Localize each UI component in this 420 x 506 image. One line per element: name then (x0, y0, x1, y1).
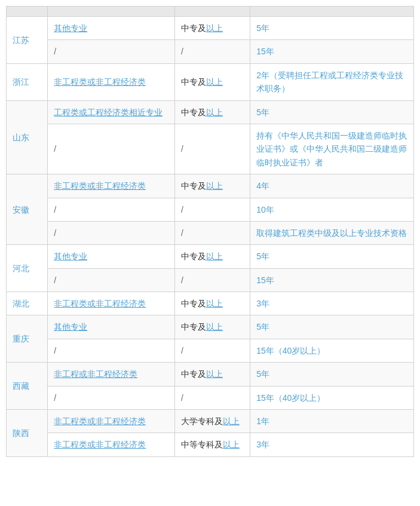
specialty-cell: / (48, 221, 175, 244)
education-cell: 中专及以上 (174, 292, 250, 315)
region-cell: 安徽 (7, 174, 48, 245)
region-cell: 陕西 (7, 410, 48, 457)
region-cell: 浙江 (7, 63, 48, 100)
table-row: 非工程类或非工程经济类中等专科及以上3年 (7, 433, 414, 456)
specialty-cell[interactable]: 非工程类或非工程经济类 (48, 292, 175, 315)
region-cell: 河北 (7, 245, 48, 292)
main-table: 江苏其他专业中专及以上5年//15年浙江非工程类或非工程经济类中专及以上2年（受… (6, 6, 414, 457)
work-years-cell: 15年（40岁以上） (250, 386, 414, 409)
region-cell: 重庆 (7, 315, 48, 363)
work-years-cell: 5年 (250, 100, 414, 124)
specialty-cell: / (48, 198, 175, 221)
table-row: 重庆其他专业中专及以上5年 (7, 315, 414, 339)
education-cell: 中专及以上 (174, 245, 250, 268)
table-container: 江苏其他专业中专及以上5年//15年浙江非工程类或非工程经济类中专及以上2年（受… (0, 0, 420, 463)
table-row: 湖北非工程类或非工程经济类中专及以上3年 (7, 292, 414, 315)
region-cell: 西藏 (7, 363, 48, 410)
specialty-cell: / (48, 386, 175, 409)
table-row: //15年（40岁以上） (7, 386, 414, 409)
table-row: //15年（40岁以上） (7, 339, 414, 362)
specialty-cell: / (48, 268, 175, 292)
specialty-cell[interactable]: 非工程类或非工程经济类 (48, 433, 175, 456)
table-row: 西藏非工程或非工程经济类中专及以上5年 (7, 363, 414, 386)
specialty-cell[interactable]: 其他专业 (48, 245, 175, 268)
education-cell: 中专及以上 (174, 174, 250, 198)
work-years-cell: 10年 (250, 198, 414, 221)
table-row: //取得建筑工程类中级及以上专业技术资格 (7, 221, 414, 244)
education-cell: 中专及以上 (174, 363, 250, 386)
specialty-cell: / (48, 40, 175, 63)
work-years-cell: 5年 (250, 363, 414, 386)
header-row (7, 7, 414, 17)
col-header-work-years (250, 7, 414, 17)
specialty-cell[interactable]: 非工程类或非工程经济类 (48, 174, 175, 198)
specialty-cell: / (48, 124, 175, 174)
table-row: //10年 (7, 198, 414, 221)
table-row: 江苏其他专业中专及以上5年 (7, 17, 414, 40)
work-years-cell: 2年（受聘担任工程或工程经济类专业技术职务） (250, 63, 414, 100)
table-row: //15年 (7, 268, 414, 292)
work-years-cell: 取得建筑工程类中级及以上专业技术资格 (250, 221, 414, 244)
table-row: 山东工程类或工程经济类相近专业中专及以上5年 (7, 100, 414, 124)
work-years-cell: 15年 (250, 268, 414, 292)
education-cell: / (174, 386, 250, 409)
region-cell: 江苏 (7, 17, 48, 64)
education-cell: 中专及以上 (174, 63, 250, 100)
education-cell: / (174, 124, 250, 174)
education-cell: / (174, 339, 250, 362)
education-cell: 中专及以上 (174, 17, 250, 40)
col-header-region (7, 7, 48, 17)
work-years-cell: 5年 (250, 245, 414, 268)
education-cell: 中专及以上 (174, 100, 250, 124)
col-header-education (174, 7, 250, 17)
region-cell: 山东 (7, 100, 48, 174)
specialty-cell[interactable]: 非工程或非工程经济类 (48, 363, 175, 386)
work-years-cell: 15年（40岁以上） (250, 339, 414, 362)
education-cell: 中专及以上 (174, 315, 250, 339)
specialty-cell[interactable]: 其他专业 (48, 17, 175, 40)
education-cell: 大学专科及以上 (174, 410, 250, 433)
work-years-cell: 5年 (250, 17, 414, 40)
specialty-cell[interactable]: 非工程类或非工程经济类 (48, 410, 175, 433)
work-years-cell: 1年 (250, 410, 414, 433)
education-cell: / (174, 268, 250, 292)
work-years-cell: 3年 (250, 433, 414, 456)
specialty-cell: / (48, 339, 175, 362)
education-cell: 中等专科及以上 (174, 433, 250, 456)
work-years-cell: 4年 (250, 174, 414, 198)
table-row: 浙江非工程类或非工程经济类中专及以上2年（受聘担任工程或工程经济类专业技术职务） (7, 63, 414, 100)
specialty-cell[interactable]: 非工程类或非工程经济类 (48, 63, 175, 100)
table-row: //持有《中华人民共和国一级建造师临时执业证书》或《中华人民共和国二级建造师临时… (7, 124, 414, 174)
table-row: 陕西非工程类或非工程经济类大学专科及以上1年 (7, 410, 414, 433)
work-years-cell: 3年 (250, 292, 414, 315)
table-row: 安徽非工程类或非工程经济类中专及以上4年 (7, 174, 414, 198)
education-cell: / (174, 221, 250, 244)
specialty-cell[interactable]: 工程类或工程经济类相近专业 (48, 100, 175, 124)
work-years-cell: 15年 (250, 40, 414, 63)
table-row: 河北其他专业中专及以上5年 (7, 245, 414, 268)
work-years-cell: 5年 (250, 315, 414, 339)
table-row: //15年 (7, 40, 414, 63)
specialty-cell[interactable]: 其他专业 (48, 315, 175, 339)
education-cell: / (174, 198, 250, 221)
education-cell: / (174, 40, 250, 63)
col-header-specialty (48, 7, 175, 17)
region-cell: 湖北 (7, 292, 48, 315)
work-years-cell: 持有《中华人民共和国一级建造师临时执业证书》或《中华人民共和国二级建造师临时执业… (250, 124, 414, 174)
